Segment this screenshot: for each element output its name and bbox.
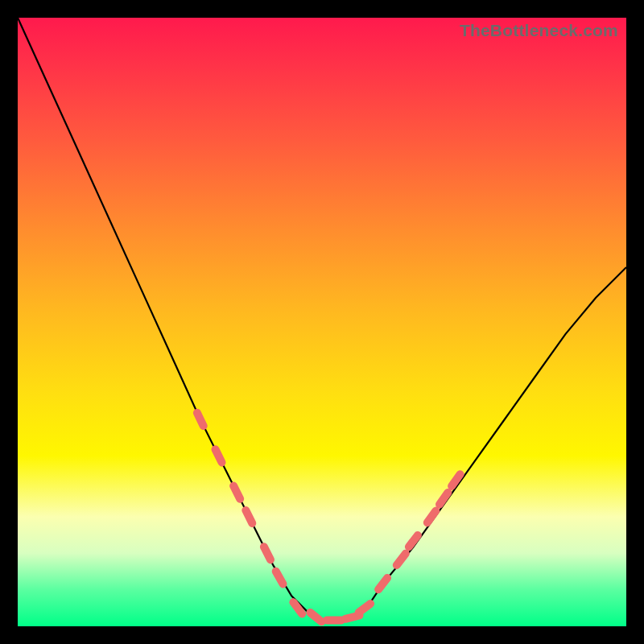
left-dot-4 — [246, 510, 252, 523]
right-dot-2 — [397, 554, 406, 565]
right-dot-5 — [440, 493, 448, 505]
left-dot-3 — [233, 486, 240, 499]
chart-svg — [18, 18, 626, 626]
plot-area: TheBottleneck.com — [18, 18, 626, 626]
bottom-dot-5 — [359, 604, 370, 613]
bottleneck-curve — [18, 18, 626, 620]
right-dot-1 — [378, 578, 387, 589]
left-dot-5 — [264, 547, 270, 559]
right-dot-3 — [409, 535, 418, 547]
chart-frame: TheBottleneck.com — [0, 0, 644, 644]
right-dot-4 — [427, 511, 436, 523]
left-dot-6 — [276, 572, 283, 584]
bottom-dot-2 — [310, 613, 321, 621]
marker-group — [197, 413, 460, 622]
left-dot-1 — [197, 413, 204, 426]
left-dot-2 — [216, 449, 222, 462]
